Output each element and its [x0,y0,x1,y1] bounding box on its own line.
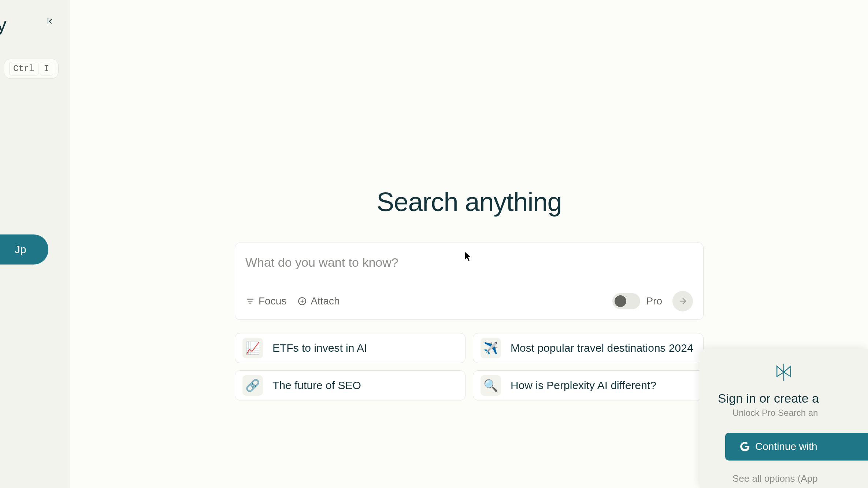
signin-subtitle: Unlock Pro Search an [718,408,868,418]
airplane-icon: ✈️ [481,338,501,358]
continue-with-google-button[interactable]: Continue with [725,433,868,461]
page-title: Search anything [376,187,561,217]
suggestion-card-seo[interactable]: 🔗 The future of SEO [235,370,465,400]
toggle-knob [615,295,626,307]
ctrl-key: Ctrl [9,62,38,75]
chart-icon: 📈 [242,338,263,358]
plus-circle-icon [297,296,307,306]
signup-button[interactable]: Jp [0,234,48,265]
suggestion-text: Most popular travel destinations 2024 [511,342,693,354]
sidebar: xity Ctrl I Jp [0,0,70,488]
pro-toggle[interactable] [612,293,640,309]
signin-title: Sign in or create a [718,391,868,406]
logo-text: xity [0,13,6,36]
focus-button[interactable]: Focus [245,295,286,307]
see-all-options-link[interactable]: See all options (App [718,473,868,488]
suggestion-text: The future of SEO [272,379,361,392]
google-button-label: Continue with [755,441,817,452]
magnifier-icon: 🔍 [481,375,501,396]
search-toolbar-right: Pro [612,291,693,311]
search-box: Focus Attach Pro [235,243,704,320]
attach-button[interactable]: Attach [297,295,340,307]
signin-popup: Sign in or create a Unlock Pro Search an… [700,349,868,488]
perplexity-logo-icon [700,362,868,382]
pro-label: Pro [646,295,662,307]
focus-label: Focus [259,295,286,307]
search-toolbar: Focus Attach Pro [245,291,693,311]
suggestions-grid: 📈 ETFs to invest in AI ✈️ Most popular t… [235,333,704,400]
focus-icon [245,296,255,306]
arrow-right-icon [678,296,688,306]
google-icon [740,441,750,452]
i-key: I [40,62,53,75]
link-icon: 🔗 [242,375,263,396]
submit-button[interactable] [672,291,693,311]
suggestion-text: How is Perplexity AI different? [511,379,656,392]
collapse-sidebar-icon[interactable] [47,17,55,26]
search-input[interactable] [245,255,693,270]
suggestion-card-perplexity[interactable]: 🔍 How is Perplexity AI different? [473,370,704,400]
suggestion-card-etfs[interactable]: 📈 ETFs to invest in AI [235,333,465,363]
search-toolbar-left: Focus Attach [245,295,340,307]
attach-label: Attach [311,295,340,307]
keyboard-shortcut: Ctrl I [4,59,59,79]
suggestion-card-travel[interactable]: ✈️ Most popular travel destinations 2024 [473,333,704,363]
suggestion-text: ETFs to invest in AI [272,342,367,354]
